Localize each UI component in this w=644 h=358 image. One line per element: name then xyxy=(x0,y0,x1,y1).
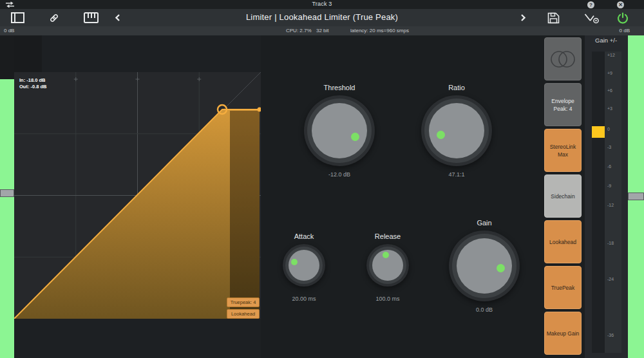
threshold-value: -12.0 dB xyxy=(328,171,350,178)
io-readout-out: Out: -0.8 dB xyxy=(19,84,47,90)
scale-tick: -36 xyxy=(607,333,614,337)
stereolink-button[interactable]: StereoLink Max xyxy=(544,129,582,172)
main-area: In: -18.0 dB Out: -0.8 dB Truepeak: 4 Lo… xyxy=(0,35,644,358)
scale-tick: -12 xyxy=(607,203,614,207)
knob-indicator-dot xyxy=(291,259,298,265)
scale-tick: +12 xyxy=(607,53,615,57)
scale-tick: +6 xyxy=(607,88,612,93)
threshold-knob[interactable] xyxy=(304,95,375,166)
gain-meter-panel: Gain +/- +12 +9 +6 +3 0 -3 -6 -9 -12 -18… xyxy=(585,35,628,358)
sidechain-button[interactable]: Sidechain xyxy=(544,174,582,218)
knob-indicator-dot xyxy=(497,264,505,272)
io-readout: In: -18.0 dB Out: -0.8 dB xyxy=(19,77,47,90)
ratio-label: Ratio xyxy=(448,84,465,91)
scale-tick: -3 xyxy=(607,145,611,149)
threshold-control: Threshold -12.0 dB xyxy=(304,95,375,166)
release-knob[interactable] xyxy=(366,244,409,287)
curve-fill-area xyxy=(14,109,260,319)
scale-tick: +3 xyxy=(607,106,612,111)
threshold-label: Threshold xyxy=(324,84,355,91)
makeup-gain-button[interactable]: Makeup Gain xyxy=(544,312,582,355)
attack-value: 20.00 ms xyxy=(292,296,316,302)
mode-buttons-column: Envelope Peak: 4 StereoLink Max Sidechai… xyxy=(540,35,585,358)
power-button-icon[interactable] xyxy=(616,12,629,24)
stereo-circles-icon xyxy=(548,50,578,69)
knob-indicator-dot xyxy=(437,131,445,139)
attack-label: Attack xyxy=(294,232,314,240)
close-button[interactable]: ✕ xyxy=(617,1,624,8)
scale-tick: 0 xyxy=(607,127,610,131)
release-label: Release xyxy=(375,232,401,240)
input-meter-top-cap xyxy=(0,35,14,79)
lookahead-button[interactable]: Lookahead xyxy=(544,220,582,263)
knob-indicator-dot xyxy=(383,252,389,258)
help-button[interactable]: ? xyxy=(587,1,594,8)
attack-control: Attack 20.00 ms xyxy=(283,244,325,287)
output-peak-indicator[interactable] xyxy=(628,193,644,200)
chevron-right-icon[interactable] xyxy=(520,14,526,21)
limit-region-shade xyxy=(230,111,260,319)
ratio-control: Ratio 47.1:1 xyxy=(421,95,492,166)
knob-face xyxy=(312,103,367,158)
ratio-knob[interactable] xyxy=(421,95,492,166)
knob-face xyxy=(429,103,484,158)
input-gain-readout: 0 dB xyxy=(4,28,14,33)
transfer-curve-plot[interactable] xyxy=(14,72,261,319)
lookahead-overlay-button[interactable]: Lookahead xyxy=(227,309,260,319)
gain-meter-track[interactable] xyxy=(592,52,605,353)
window-title: Track 3 xyxy=(0,1,644,7)
latency-readout: latency: 20 ms=960 smps xyxy=(350,28,409,33)
transfer-curve-panel: In: -18.0 dB Out: -0.8 dB Truepeak: 4 Lo… xyxy=(14,35,261,358)
envelope-button[interactable]: Envelope Peak: 4 xyxy=(544,83,582,126)
output-level-meter xyxy=(628,35,644,358)
titlebar: Track 3 ? ✕ xyxy=(0,0,644,9)
gain-marker[interactable] xyxy=(592,126,605,138)
input-meter-bar xyxy=(0,79,14,358)
save-icon[interactable] xyxy=(547,12,560,24)
knob-indicator-dot xyxy=(351,133,359,141)
attack-knob[interactable] xyxy=(283,244,325,287)
scale-tick: +9 xyxy=(607,71,612,75)
graph-corner-shade xyxy=(14,35,42,74)
stereo-mode-button[interactable] xyxy=(544,37,582,80)
scale-tick: -18 xyxy=(607,241,614,245)
gain-value: 0.0 dB xyxy=(476,306,493,313)
release-value: 100.0 ms xyxy=(375,296,399,302)
plugin-window: Track 3 ? ✕ Limiter | Lookahead Limiter … xyxy=(0,0,644,358)
grid-cross-marks xyxy=(74,77,202,81)
truepeak-button[interactable]: TruePeak xyxy=(544,266,582,309)
scale-tick: -24 xyxy=(607,277,614,281)
statusbar: 0 dB CPU: 2.7% 32 bit latency: 20 ms=960… xyxy=(0,26,644,35)
output-gain-readout: 0 dB xyxy=(620,28,630,33)
release-control: Release 100.0 ms xyxy=(366,244,409,287)
ratio-value: 47.1:1 xyxy=(448,171,464,178)
input-peak-indicator[interactable] xyxy=(0,189,14,197)
truepeak-overlay-button[interactable]: Truepeak: 4 xyxy=(227,297,260,307)
scale-tick: -9 xyxy=(607,184,611,188)
scale-tick: -6 xyxy=(607,164,611,169)
gain-knob[interactable] xyxy=(449,231,520,301)
toolbar: Limiter | Lookahead Limiter (True Peak) xyxy=(0,9,644,26)
knob-face xyxy=(289,250,319,281)
input-level-meter xyxy=(0,35,14,358)
gain-meter-title: Gain +/- xyxy=(595,37,617,44)
gain-control: Gain 0.0 dB xyxy=(449,231,520,301)
bit-depth-readout: 32 bit xyxy=(316,28,329,33)
io-readout-in: In: -18.0 dB xyxy=(19,77,47,84)
controls-panel: Threshold -12.0 dB Ratio 47.1:1 Atta xyxy=(261,35,540,358)
cpu-readout: CPU: 2.7% xyxy=(286,28,312,33)
automation-icon[interactable] xyxy=(584,13,600,24)
gain-label: Gain xyxy=(477,219,491,227)
